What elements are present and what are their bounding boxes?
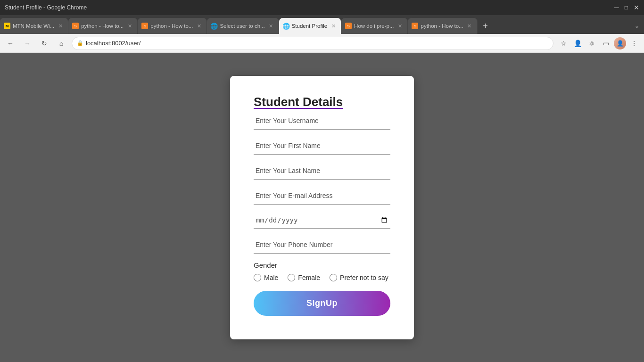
tab-close-python2[interactable]: ✕ (195, 22, 203, 30)
so-icon-4: S (412, 23, 418, 29)
tab-python1[interactable]: S python - How to... ✕ (68, 18, 138, 34)
user-avatar[interactable]: 👤 (614, 37, 626, 49)
radio-prefer-not[interactable] (330, 274, 337, 281)
address-input[interactable]: 🔒 localhost:8002/user/ (72, 37, 553, 50)
bookmark-button[interactable]: ☆ (557, 37, 570, 49)
email-input[interactable] (254, 187, 390, 205)
globe-icon-1: 🌐 (210, 23, 218, 30)
username-group (254, 112, 390, 130)
username-input[interactable] (254, 112, 390, 130)
back-button[interactable]: ← (4, 37, 17, 50)
tab-select[interactable]: 🌐 Select user to ch... ✕ (207, 18, 279, 34)
gender-female[interactable]: Female (288, 274, 320, 281)
so-icon-2: S (141, 23, 148, 29)
minimize-button[interactable]: ─ (614, 4, 619, 11)
tab-favicon-python2: S (141, 23, 148, 29)
globe-icon-2: 🌐 (282, 23, 290, 30)
home-button[interactable]: ⌂ (55, 37, 68, 50)
cast-button[interactable]: ▭ (600, 37, 612, 49)
date-input[interactable] (254, 212, 390, 229)
title-bar: Student Profile - Google Chrome ─ □ ✕ (0, 0, 644, 15)
tab-title-howdo: How do i pre-p... (354, 23, 394, 29)
gender-female-label: Female (298, 274, 320, 281)
gender-section: Gender Male Female Prefer not to say (254, 261, 390, 281)
browser-title: Student Profile - Google Chrome (5, 4, 87, 11)
close-button[interactable]: ✕ (634, 4, 639, 11)
address-bar: ← → ↻ ⌂ 🔒 localhost:8002/user/ ☆ 👤 ⚛ ▭ 👤… (0, 34, 644, 53)
tab-close-python3[interactable]: ✕ (466, 22, 473, 30)
date-group (254, 212, 390, 229)
tab-mtn[interactable]: M MTN Mobile Wi... ✕ (0, 18, 68, 34)
phone-group (254, 236, 390, 254)
tab-favicon-howdo: S (345, 23, 352, 29)
tab-title-student: Student Profile (292, 23, 327, 29)
tab-favicon-student: 🌐 (283, 23, 289, 29)
extension-button[interactable]: ⚛ (586, 37, 598, 49)
so-icon-3: S (345, 23, 352, 29)
tab-close-python1[interactable]: ✕ (126, 22, 133, 30)
last-name-group (254, 162, 390, 180)
first-name-input[interactable] (254, 137, 390, 155)
page-content: Student Details Gender (0, 53, 644, 362)
title-bar-left: Student Profile - Google Chrome (5, 4, 87, 11)
so-icon-1: S (72, 23, 79, 29)
title-bar-controls: ─ □ ✕ (614, 4, 639, 11)
gender-label: Gender (254, 261, 390, 269)
mtn-icon: M (4, 23, 10, 29)
first-name-group (254, 137, 390, 155)
radio-male[interactable] (254, 274, 261, 281)
tab-title-mtn: MTN Mobile Wi... (13, 23, 54, 29)
email-group (254, 187, 390, 205)
browser-actions: ☆ 👤 ⚛ ▭ 👤 ⋮ (557, 37, 640, 49)
radio-female[interactable] (288, 274, 295, 281)
tab-howdo[interactable]: S How do i pre-p... ✕ (341, 18, 408, 34)
tab-close-mtn[interactable]: ✕ (57, 22, 64, 30)
browser-window: Student Profile - Google Chrome ─ □ ✕ M … (0, 0, 644, 362)
tab-favicon-python1: S (72, 23, 79, 29)
tab-title-python3: python - How to... (421, 23, 463, 29)
phone-input[interactable] (254, 236, 390, 254)
reload-button[interactable]: ↻ (38, 37, 51, 50)
restore-button[interactable]: □ (625, 4, 628, 11)
tab-close-student[interactable]: ✕ (330, 22, 337, 30)
tab-favicon-select: 🌐 (211, 23, 217, 29)
tab-favicon-python3: S (412, 23, 418, 29)
url-text: localhost:8002/user/ (86, 40, 140, 47)
tab-close-select[interactable]: ✕ (267, 22, 275, 30)
gender-prefer-not-label: Prefer not to say (340, 274, 388, 281)
student-details-card: Student Details Gender (230, 76, 414, 339)
tab-student[interactable]: 🌐 Student Profile ✕ (279, 18, 341, 34)
form-title: Student Details (254, 95, 390, 109)
menu-button[interactable]: ⋮ (628, 37, 640, 49)
tab-favicon-mtn: M (4, 23, 10, 29)
tab-python3[interactable]: S python - How to... ✕ (408, 18, 477, 34)
tab-python2[interactable]: S python - How to... ✕ (138, 18, 207, 34)
profile-icon[interactable]: 👤 (571, 37, 584, 49)
tab-title-select: Select user to ch... (220, 23, 264, 29)
lock-icon: 🔒 (77, 40, 83, 46)
signup-button[interactable]: SignUp (254, 291, 390, 316)
tab-list-button[interactable]: ⌄ (630, 18, 644, 34)
gender-male-label: Male (264, 274, 278, 281)
gender-prefer-not[interactable]: Prefer not to say (330, 274, 388, 281)
tab-title-python1: python - How to... (81, 23, 124, 29)
gender-options: Male Female Prefer not to say (254, 274, 390, 281)
new-tab-button[interactable]: + (478, 18, 494, 34)
last-name-input[interactable] (254, 162, 390, 180)
tab-close-howdo[interactable]: ✕ (396, 22, 404, 30)
forward-button[interactable]: → (21, 37, 34, 50)
tab-bar: M MTN Mobile Wi... ✕ S python - How to..… (0, 15, 644, 34)
tab-title-python2: python - How to... (150, 23, 193, 29)
gender-male[interactable]: Male (254, 274, 278, 281)
